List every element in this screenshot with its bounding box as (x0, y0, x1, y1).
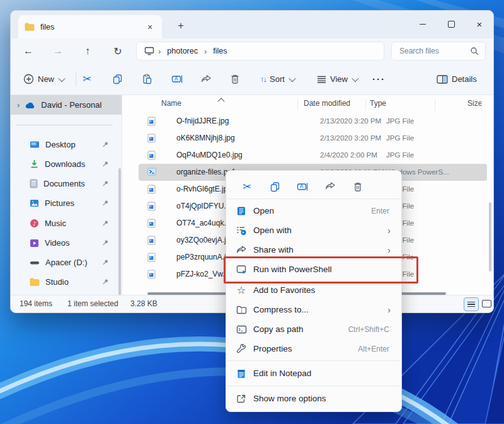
maximize-icon (448, 21, 455, 28)
share-button[interactable] (319, 177, 341, 196)
sidebar-item-studio[interactable]: Studio (13, 273, 114, 291)
sidebar-item-label: Pictures (45, 198, 96, 208)
column-divider[interactable] (481, 99, 482, 110)
cut-icon: ✂ (83, 72, 91, 86)
up-button[interactable]: ↑ (78, 42, 97, 60)
share-button[interactable] (195, 69, 217, 89)
column-header-size[interactable]: Size (467, 99, 482, 108)
new-button[interactable]: New (18, 69, 69, 89)
plus-circle-icon (23, 74, 34, 84)
sidebar-item-downloads[interactable]: Downloads (13, 155, 114, 173)
chevron-right-icon: › (17, 100, 20, 110)
paste-button[interactable] (137, 69, 158, 89)
delete-button[interactable] (347, 177, 369, 196)
details-pane-icon (437, 75, 448, 84)
file-row[interactable]: OqP4uMDQ1e0.jpg 2/4/2020 2:00 PM JPG Fil… (139, 147, 487, 164)
pictures-icon (30, 199, 39, 207)
menu-item-edit-in-notepad[interactable]: Edit in Notepad (229, 364, 398, 383)
copy-button[interactable] (264, 177, 285, 196)
tab-close-icon[interactable]: × (144, 21, 156, 33)
details-view-toggle[interactable] (464, 297, 479, 311)
search-icon (470, 47, 479, 55)
copy-path-icon (236, 324, 247, 335)
pin-icon (102, 200, 109, 207)
sidebar-item-label: Desktop (45, 140, 96, 149)
share-icon (200, 74, 212, 84)
quick-actions-row: ✂ A (232, 176, 395, 197)
view-button[interactable]: View (312, 69, 363, 89)
pin-icon (102, 180, 109, 187)
pin-icon (102, 239, 109, 246)
sidebar-item-desktop[interactable]: Desktop (13, 135, 114, 154)
sidebar-item-music[interactable]: ♪ Music (13, 214, 114, 232)
thumbnail-view-toggle[interactable] (479, 297, 493, 310)
cut-icon: ✂ (243, 180, 251, 193)
menu-item-add-to-favorites[interactable]: ☆ Add to Favorites (229, 281, 398, 300)
column-header-date[interactable]: Date modified (304, 99, 350, 108)
jpg-file-icon (147, 270, 156, 279)
context-menu: ✂ A Open Enter Open with › Share with › … (226, 170, 402, 412)
see-more-button[interactable]: ··· (367, 69, 391, 89)
chevron-right-icon: › (387, 226, 391, 236)
menu-item-open-with[interactable]: Open with › (229, 221, 398, 240)
menu-item-compress-to[interactable]: Compress to... › (229, 301, 398, 319)
tab-bar: files × + × (11, 11, 493, 38)
cut-button[interactable]: ✂ (77, 69, 96, 89)
search-box[interactable] (391, 42, 486, 60)
sidebar-item-documents[interactable]: Documents (13, 175, 114, 193)
new-tab-button[interactable]: + (173, 18, 188, 33)
refresh-button[interactable]: ↻ (108, 42, 127, 60)
breadcrumb-item-photorec[interactable]: photorec (164, 47, 200, 55)
menu-item-properties[interactable]: Properties Alt+Enter (229, 340, 398, 358)
sidebar-item-drive-d[interactable]: Apacer (D:) (13, 253, 114, 272)
menu-item-show-more-options[interactable]: Show more options (229, 389, 398, 408)
maximize-button[interactable] (440, 14, 462, 33)
delete-button[interactable] (225, 69, 245, 89)
menu-item-run-with-powershell[interactable]: Run with PowerShell (229, 260, 398, 279)
rename-button[interactable]: A (166, 69, 188, 89)
column-divider[interactable] (435, 99, 435, 110)
chevron-right-icon: › (200, 47, 210, 56)
breadcrumb-item-files[interactable]: files (210, 47, 229, 55)
column-header-name[interactable]: Name (161, 99, 181, 108)
sidebar-item-videos[interactable]: Videos (13, 234, 114, 252)
sidebar-item-onedrive[interactable]: › David - Personal (11, 95, 122, 115)
file-row[interactable]: oK6K8MNjhj8.jpg 2/13/2020 3:20 PM JPG Fi… (139, 130, 487, 147)
chevron-down-icon (352, 74, 358, 81)
view-button-label: View (330, 74, 348, 84)
menu-item-open[interactable]: Open Enter (229, 202, 398, 221)
jpg-file-icon (147, 134, 156, 143)
menu-item-copy-as-path[interactable]: Copy as path Ctrl+Shift+C (229, 320, 398, 339)
pin-icon (102, 220, 109, 227)
column-divider[interactable] (365, 99, 366, 110)
vertical-scrollbar[interactable] (489, 202, 491, 272)
back-button[interactable]: ← (19, 42, 38, 60)
sidebar-scrollbar[interactable] (118, 168, 121, 307)
svg-text:A: A (175, 76, 178, 82)
notepad-icon (236, 368, 247, 379)
close-button[interactable]: × (469, 14, 490, 33)
sort-button[interactable]: ↑↓ Sort (255, 69, 300, 89)
show-more-icon (236, 393, 247, 404)
breadcrumb[interactable]: › photorec › files (136, 42, 384, 60)
cut-button[interactable]: ✂ (236, 177, 258, 196)
search-input[interactable] (398, 46, 470, 56)
file-row[interactable]: O-fnijdJJRE.jpg 2/13/2020 3:20 PM JPG Fi… (139, 113, 487, 130)
sidebar-item-pictures[interactable]: Pictures (13, 194, 114, 212)
menu-item-share-with[interactable]: Share with › (229, 241, 398, 260)
minimize-icon (420, 24, 426, 25)
music-icon: ♪ (30, 219, 39, 228)
rename-button[interactable]: A (292, 177, 313, 196)
details-button[interactable]: Details (432, 69, 482, 89)
wrench-icon (236, 343, 247, 355)
column-header-type[interactable]: Type (370, 99, 386, 108)
column-divider[interactable] (297, 99, 298, 110)
details-button-label: Details (452, 74, 477, 84)
chevron-down-icon (58, 74, 65, 81)
tab-files[interactable]: files × (18, 15, 162, 38)
sort-button-label: Sort (270, 74, 285, 84)
minimize-button[interactable] (412, 14, 433, 33)
copy-button[interactable] (107, 69, 128, 89)
forward-button[interactable]: → (49, 42, 67, 60)
sidebar-item-label: David - Personal (41, 100, 101, 110)
